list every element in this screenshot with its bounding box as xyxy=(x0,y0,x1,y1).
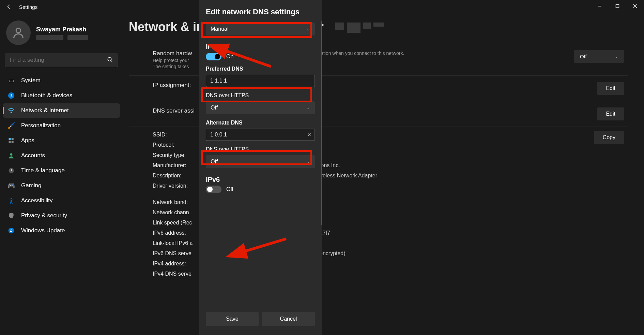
svg-rect-12 xyxy=(12,141,14,143)
save-button[interactable]: Save xyxy=(206,312,259,326)
random-hw-dropdown[interactable]: Off ⌄ xyxy=(574,50,624,63)
update-icon xyxy=(7,227,15,234)
sidebar-item-personalization[interactable]: 🖌️ Personalization xyxy=(3,118,120,133)
dialog-footer: Save Cancel xyxy=(199,306,322,335)
doh1-select[interactable]: Off ⌄ xyxy=(206,101,315,114)
apps-icon xyxy=(7,137,15,144)
window-title: Settings xyxy=(19,4,37,10)
sidebar-item-label: Gaming xyxy=(21,182,42,189)
svg-point-8 xyxy=(11,112,12,113)
sidebar-item-label: Accounts xyxy=(21,152,45,159)
ipv4-toggle-label: On xyxy=(226,54,233,60)
edit-ip-button[interactable]: Edit xyxy=(597,82,624,95)
search-icon xyxy=(107,57,113,64)
chevron-down-icon: ⌄ xyxy=(615,54,618,59)
sidebar-item-accounts[interactable]: Accounts xyxy=(3,148,120,163)
system-icon: ▭ xyxy=(7,77,15,84)
sidebar-item-system[interactable]: ▭ System xyxy=(3,73,120,88)
sidebar-item-accessibility[interactable]: Accessibility xyxy=(3,193,120,208)
maximize-button[interactable] xyxy=(609,0,626,12)
svg-point-5 xyxy=(108,57,111,61)
ipv6-toggle[interactable] xyxy=(206,186,221,193)
preferred-dns-label: Preferred DNS xyxy=(206,66,315,72)
svg-point-7 xyxy=(8,92,14,99)
ip-assignment-label: IP assignment: xyxy=(153,82,191,89)
sidebar-item-privacy[interactable]: Privacy & security xyxy=(3,208,120,223)
ipv4-section-label: IPv4 xyxy=(206,43,315,51)
sidebar-item-bluetooth[interactable]: Bluetooth & devices xyxy=(3,88,120,103)
sidebar-item-time[interactable]: Time & language xyxy=(3,163,120,178)
sidebar-item-gaming[interactable]: 🎮 Gaming xyxy=(3,178,120,193)
doh2-select[interactable]: Off ⌄ xyxy=(206,155,315,168)
clear-icon[interactable]: ✕ xyxy=(307,132,311,137)
random-hw-sub1: Help protect your xyxy=(153,58,192,63)
svg-point-15 xyxy=(11,198,12,199)
dialog-title: Edit network DNS settings xyxy=(206,8,315,16)
svg-point-16 xyxy=(9,228,14,234)
select-value: Manual xyxy=(211,26,228,32)
bluetooth-icon xyxy=(7,92,15,99)
select-value: Off xyxy=(211,105,218,111)
svg-point-13 xyxy=(10,153,13,156)
user-profile[interactable]: Swayam Prakash xyxy=(3,18,120,51)
person-icon xyxy=(7,152,15,159)
titlebar: Settings xyxy=(0,0,644,14)
sidebar-item-label: Apps xyxy=(21,137,34,144)
ipv6-toggle-label: Off xyxy=(226,186,233,192)
random-hw-sub2: The setting takes xyxy=(153,64,192,69)
avatar xyxy=(6,20,31,45)
cancel-button[interactable]: Cancel xyxy=(262,312,315,326)
sidebar-item-label: Network & internet xyxy=(21,107,69,114)
clock-icon xyxy=(7,167,15,174)
search-input[interactable] xyxy=(5,53,118,67)
svg-rect-9 xyxy=(9,138,11,140)
preferred-dns-input[interactable] xyxy=(206,75,315,87)
minimize-button[interactable] xyxy=(591,0,609,12)
chevron-down-icon: ⌄ xyxy=(307,27,310,31)
doh1-label: DNS over HTTPS xyxy=(206,92,315,99)
back-button[interactable] xyxy=(3,1,15,13)
wifi-icon xyxy=(7,107,15,114)
kv-description-v: ireless Network Adapter xyxy=(320,173,377,179)
ipv6-section-label: IPv6 xyxy=(206,176,315,184)
edit-dns-button[interactable]: Edit xyxy=(597,107,624,120)
svg-rect-10 xyxy=(12,138,14,140)
kv-manufacturer-v: ions Inc. xyxy=(320,162,340,169)
random-hw-right-text: location when you connect to this networ… xyxy=(315,50,404,56)
svg-line-6 xyxy=(111,60,112,62)
accessibility-icon xyxy=(7,197,15,204)
kv-ipv6dns-v: encrypted) xyxy=(320,250,346,257)
shield-icon xyxy=(7,212,15,219)
chevron-down-icon: ⌄ xyxy=(307,159,310,164)
user-email-redacted xyxy=(36,35,88,40)
sidebar-item-label: Windows Update xyxy=(21,227,65,234)
sidebar-item-apps[interactable]: Apps xyxy=(3,133,120,148)
doh2-label: DNS over HTTPS xyxy=(206,146,315,152)
dns-mode-select[interactable]: Manual ⌄ xyxy=(206,23,315,35)
svg-rect-11 xyxy=(9,141,11,143)
window-controls xyxy=(591,0,644,12)
close-button[interactable] xyxy=(626,0,644,12)
scrollbar[interactable] xyxy=(321,20,322,225)
chevron-down-icon: ⌄ xyxy=(307,105,310,110)
sidebar-nav: ▭ System Bluetooth & devices Network & i… xyxy=(3,73,120,238)
alternate-dns-input[interactable] xyxy=(206,129,315,141)
sidebar-item-label: System xyxy=(21,77,41,84)
sidebar: Swayam Prakash ▭ System Bluet xyxy=(0,14,123,335)
dns-settings-dialog: Edit network DNS settings Manual ⌄ IPv4 … xyxy=(199,0,322,335)
ipv4-toggle[interactable] xyxy=(206,53,221,60)
sidebar-item-label: Time & language xyxy=(21,167,65,174)
sidebar-item-network[interactable]: Network & internet xyxy=(3,103,120,118)
sidebar-item-label: Accessibility xyxy=(21,197,53,204)
dns-assignment-label: DNS server assi xyxy=(153,107,195,114)
brush-icon: 🖌️ xyxy=(7,122,15,129)
svg-point-4 xyxy=(16,28,20,33)
sidebar-item-update[interactable]: Windows Update xyxy=(3,223,120,238)
gamepad-icon: 🎮 xyxy=(7,182,15,189)
dropdown-value: Off xyxy=(580,54,587,59)
random-hw-title: Random hardw xyxy=(153,50,192,57)
sidebar-item-label: Personalization xyxy=(21,122,61,129)
select-value: Off xyxy=(211,159,218,164)
alternate-dns-label: Alternate DNS xyxy=(206,120,315,126)
sidebar-item-label: Privacy & security xyxy=(21,212,67,219)
